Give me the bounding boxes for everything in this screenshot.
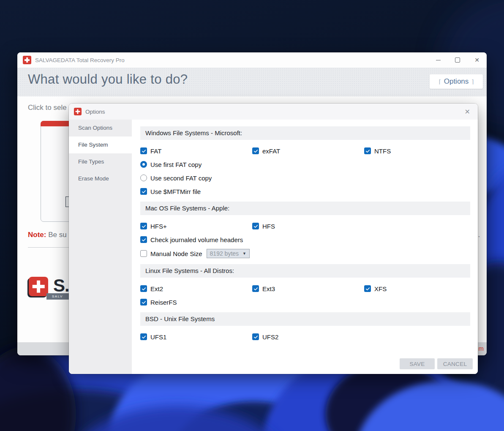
checkbox-icon bbox=[252, 223, 259, 229]
save-button[interactable]: SAVE bbox=[400, 358, 435, 369]
option-row: HFS+HFS bbox=[140, 222, 470, 230]
option-label: HFS bbox=[262, 223, 275, 230]
option-label: ReiserFS bbox=[150, 299, 177, 306]
dialog-content: Windows File Systems - Microsoft:FATexFA… bbox=[132, 120, 478, 374]
node-size-select[interactable]: 8192 bytes▼ bbox=[207, 249, 250, 258]
checkbox-hfs[interactable]: HFS+ bbox=[140, 223, 252, 230]
close-button[interactable]: ✕ bbox=[467, 52, 487, 68]
section-header-mac-os-file-systems-apple: Mac OS File Systems - Apple: bbox=[140, 202, 470, 215]
option-row: ReiserFS bbox=[140, 298, 470, 306]
option-label: FAT bbox=[150, 147, 161, 155]
checkbox-icon bbox=[364, 285, 371, 292]
footer-link-fragment[interactable]: m bbox=[479, 345, 484, 352]
checkbox-ext3[interactable]: Ext3 bbox=[252, 285, 364, 292]
option-label: Use first FAT copy bbox=[150, 161, 202, 168]
checkbox-ufs2[interactable]: UFS2 bbox=[252, 333, 364, 341]
main-header: What would you like to do? ⌈ Options ⌉ bbox=[17, 68, 487, 96]
checkbox-icon bbox=[140, 299, 147, 306]
checkbox-ufs1[interactable]: UFS1 bbox=[140, 333, 252, 341]
checkbox-fat[interactable]: FAT bbox=[140, 147, 252, 155]
cancel-button[interactable]: CANCEL bbox=[437, 358, 473, 369]
sidebar-item-file-system[interactable]: File System bbox=[69, 136, 132, 153]
window-title: SALVAGEDATA Total Recovery Pro bbox=[35, 57, 125, 63]
checkbox-icon bbox=[140, 147, 147, 154]
node-size-value: 8192 bytes bbox=[210, 250, 239, 257]
bracket-left-icon: ⌈ bbox=[439, 79, 441, 85]
sidebar-item-erase-mode[interactable]: Erase Mode bbox=[69, 170, 132, 187]
option-label: Check journaled volume headers bbox=[150, 236, 243, 243]
section-header-linux-file-systems-all-distros: Linux File Systems - All Distros: bbox=[140, 264, 470, 278]
option-label: Use $MFTMirr file bbox=[150, 188, 201, 195]
radio-icon bbox=[140, 175, 147, 181]
maximize-button[interactable] bbox=[448, 52, 467, 68]
close-icon: ✕ bbox=[474, 57, 479, 63]
section-header-bsd-unix-file-systems: BSD - Unix File Systems bbox=[140, 312, 470, 326]
option-row: Manual Node Size8192 bytes▼ bbox=[140, 249, 470, 258]
minimize-button[interactable] bbox=[428, 52, 448, 68]
dialog-plus-icon bbox=[74, 108, 82, 115]
salvagedata-logo-icon bbox=[29, 277, 48, 296]
dialog-close-icon[interactable]: ✕ bbox=[463, 107, 472, 117]
option-label: exFAT bbox=[262, 147, 280, 155]
minimize-icon bbox=[436, 60, 441, 60]
checkbox-ext2[interactable]: Ext2 bbox=[140, 285, 252, 292]
checkbox-icon bbox=[140, 223, 147, 229]
checkbox-icon bbox=[140, 250, 147, 257]
logo-wordmark-fragment: S. bbox=[53, 276, 69, 296]
window-controls: ✕ bbox=[428, 52, 487, 68]
option-row: Use $MFTMirr file bbox=[140, 187, 470, 196]
checkbox-icon bbox=[140, 285, 147, 292]
dialog-titlebar: Options ✕ bbox=[69, 104, 478, 120]
radio-use-second-fat-copy[interactable]: Use second FAT copy bbox=[140, 175, 212, 182]
app-plus-icon bbox=[23, 56, 31, 64]
options-dialog: Options ✕ Scan OptionsFile SystemFile Ty… bbox=[69, 104, 478, 374]
option-label: Ext3 bbox=[262, 285, 275, 292]
maximize-icon bbox=[455, 57, 460, 63]
checkbox-hfs[interactable]: HFS bbox=[252, 223, 364, 230]
checkbox-icon bbox=[252, 333, 259, 340]
option-label: Ext2 bbox=[150, 285, 163, 292]
option-label: HFS+ bbox=[150, 223, 167, 230]
option-label: UFS2 bbox=[262, 333, 278, 341]
checkbox-reiserfs[interactable]: ReiserFS bbox=[140, 299, 252, 306]
checkbox-icon bbox=[252, 147, 259, 154]
checkbox-icon bbox=[140, 188, 147, 195]
options-button-label: Options bbox=[444, 77, 469, 86]
dialog-sidebar: Scan OptionsFile SystemFile TypesErase M… bbox=[69, 120, 132, 374]
chevron-down-icon: ▼ bbox=[242, 251, 246, 256]
checkbox-icon bbox=[140, 333, 147, 340]
option-label: Use second FAT copy bbox=[150, 175, 212, 182]
dialog-title: Options bbox=[85, 109, 105, 115]
option-row: UFS1UFS2 bbox=[140, 333, 470, 341]
option-row: Use second FAT copy bbox=[140, 174, 470, 182]
section-header-windows-file-systems-microsoft: Windows File Systems - Microsoft: bbox=[140, 126, 470, 140]
option-label: UFS1 bbox=[150, 333, 166, 341]
note-body-fragment: Be su bbox=[48, 231, 66, 239]
option-row: Use first FAT copy bbox=[140, 160, 470, 169]
select-instruction-text: Click to sele bbox=[28, 104, 67, 112]
options-button[interactable]: ⌈ Options ⌉ bbox=[430, 74, 483, 89]
page-title: What would you like to do? bbox=[28, 72, 188, 87]
bracket-right-icon: ⌉ bbox=[471, 79, 474, 85]
option-row: FATexFATNTFS bbox=[140, 147, 470, 155]
checkbox-icon bbox=[364, 147, 371, 154]
sidebar-item-scan-options[interactable]: Scan Options bbox=[69, 120, 132, 136]
checkbox-manual-node-size[interactable]: Manual Node Size bbox=[140, 250, 202, 257]
note-text: Note: Be su bbox=[28, 231, 67, 239]
option-label: NTFS bbox=[374, 147, 391, 155]
option-label: XFS bbox=[374, 285, 387, 292]
option-label: Manual Node Size bbox=[150, 250, 202, 257]
checkbox-icon bbox=[252, 285, 259, 292]
checkbox-check-journaled-volume-headers[interactable]: Check journaled volume headers bbox=[140, 236, 243, 243]
dialog-buttons: SAVE CANCEL bbox=[400, 358, 473, 369]
checkbox-exfat[interactable]: exFAT bbox=[252, 147, 364, 155]
note-label: Note: bbox=[28, 231, 46, 239]
checkbox-xfs[interactable]: XFS bbox=[364, 285, 476, 292]
checkbox-icon bbox=[140, 236, 147, 243]
checkbox-use-mftmirr-file[interactable]: Use $MFTMirr file bbox=[140, 188, 201, 195]
radio-use-first-fat-copy[interactable]: Use first FAT copy bbox=[140, 161, 202, 168]
sidebar-item-file-types[interactable]: File Types bbox=[69, 153, 132, 170]
checkbox-ntfs[interactable]: NTFS bbox=[364, 147, 476, 155]
option-row: Check journaled volume headers bbox=[140, 235, 470, 244]
option-row: Ext2Ext3XFS bbox=[140, 284, 470, 293]
